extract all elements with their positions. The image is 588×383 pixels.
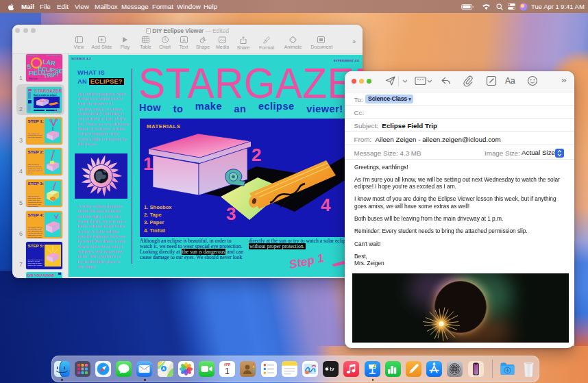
svg-text:Wed 1 p.m.: Wed 1 p.m. <box>29 77 38 80</box>
svg-text:TRIP!: TRIP! <box>42 71 59 79</box>
svg-text:1: 1 <box>225 366 230 375</box>
svg-text:4: 4 <box>321 195 331 215</box>
svg-text:tv: tv <box>330 367 334 371</box>
svg-text:1: 1 <box>143 153 153 174</box>
svg-text:2: 2 <box>252 145 261 165</box>
svg-text:A: A <box>182 38 186 42</box>
svg-text:3: 3 <box>226 203 236 224</box>
